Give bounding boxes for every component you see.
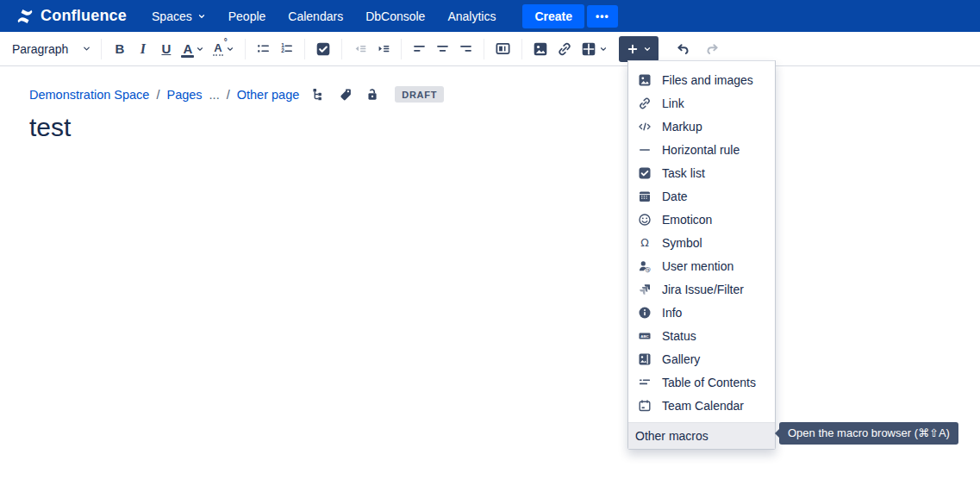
- insert-table-button[interactable]: [577, 37, 612, 61]
- menu-item-task-list[interactable]: Task list: [628, 161, 775, 184]
- redo-button: [701, 37, 725, 61]
- menu-item-label: Jira Issue/Filter: [662, 283, 744, 296]
- confluence-logo[interactable]: Confluence: [16, 7, 127, 26]
- menu-item-table-of-contents[interactable]: Table of Contents: [628, 370, 775, 394]
- indent-button[interactable]: [371, 37, 395, 61]
- table-icon: [581, 41, 596, 57]
- bullet-list-button[interactable]: [252, 37, 275, 61]
- nav-item-spaces[interactable]: Spaces: [140, 0, 217, 32]
- bullet-list-icon: [256, 41, 271, 56]
- more-formatting-button[interactable]: A: [209, 37, 238, 61]
- nav-item-label: Calendars: [288, 9, 343, 23]
- menu-item-label: User mention: [662, 259, 733, 273]
- chevron-down-icon: [197, 12, 206, 21]
- undo-button[interactable]: [671, 37, 695, 61]
- menu-item-status[interactable]: ABC Status: [628, 324, 775, 347]
- toolbar-divider: [245, 39, 246, 59]
- menu-item-horizontal-rule[interactable]: Horizontal rule: [628, 138, 775, 161]
- toolbar-divider: [521, 39, 522, 59]
- italic-button[interactable]: I: [131, 37, 154, 61]
- insert-link-button[interactable]: [552, 37, 577, 61]
- markup-icon: [638, 120, 652, 134]
- nav-item-people[interactable]: People: [217, 0, 278, 32]
- page-title-input[interactable]: test: [29, 113, 71, 142]
- menu-item-date[interactable]: Date: [628, 184, 775, 208]
- toolbar-divider: [341, 39, 342, 59]
- align-center-button[interactable]: [431, 37, 454, 61]
- unlocked-icon[interactable]: [365, 87, 379, 102]
- breadcrumb-collapsed[interactable]: ...: [209, 88, 220, 102]
- nav-item-label: People: [228, 9, 266, 23]
- menu-item-label: Date: [662, 190, 688, 203]
- outdent-button: [348, 37, 371, 61]
- link-icon: [557, 41, 572, 57]
- menu-item-label: Link: [662, 96, 684, 110]
- create-button[interactable]: Create: [522, 4, 584, 28]
- numbered-list-button[interactable]: 12: [275, 37, 298, 61]
- menu-item-team-calendar[interactable]: Team Calendar: [628, 394, 775, 417]
- insert-more-content-button[interactable]: [619, 36, 659, 62]
- toolbar-divider: [484, 39, 484, 59]
- nav-item-calendars[interactable]: Calendars: [277, 0, 354, 32]
- horizontal-rule-icon: [638, 143, 652, 157]
- more-formatting-icon: A: [213, 41, 222, 56]
- nav-item-label: Analytics: [447, 9, 496, 23]
- menu-item-info[interactable]: Info: [628, 301, 775, 324]
- text-color-button[interactable]: A: [178, 37, 209, 61]
- editor-toolbar: Paragraph B I U A A 12: [0, 32, 980, 66]
- link-icon: [638, 96, 652, 110]
- nav-item-label: DbConsole: [365, 9, 425, 23]
- menu-item-gallery[interactable]: Gallery: [628, 347, 775, 370]
- breadcrumb-space-link[interactable]: Demonstration Space: [29, 88, 149, 102]
- menu-item-files-and-images[interactable]: Files and images: [628, 68, 775, 91]
- svg-text:Ω: Ω: [640, 236, 649, 249]
- bold-icon: B: [115, 41, 124, 56]
- page-layout-button[interactable]: [490, 37, 515, 61]
- task-list-icon: [638, 166, 652, 180]
- nav-item-dbconsole[interactable]: DbConsole: [354, 0, 436, 32]
- menu-item-user-mention[interactable]: @ User mention: [628, 254, 775, 277]
- align-right-button[interactable]: [454, 37, 478, 61]
- chevron-down-icon: [196, 45, 204, 53]
- menu-item-markup[interactable]: Markup: [628, 115, 775, 138]
- insert-image-button[interactable]: [528, 37, 552, 61]
- nav-item-analytics[interactable]: Analytics: [436, 0, 507, 32]
- menu-item-label: Status: [662, 329, 696, 343]
- top-navigation-bar: Confluence Spaces People Calendars DbCon…: [0, 0, 980, 32]
- menu-item-jira-issue-filter[interactable]: Jira Issue/Filter: [628, 277, 775, 301]
- date-icon: [638, 190, 652, 203]
- breadcrumb-current-page-link[interactable]: Other page: [237, 88, 300, 102]
- undo-icon: [675, 41, 690, 57]
- gallery-icon: [638, 352, 652, 366]
- nav-more-button[interactable]: •••: [587, 5, 618, 28]
- align-left-button[interactable]: [408, 37, 431, 61]
- page-tree-icon[interactable]: [311, 87, 326, 102]
- menu-item-label: Table of Contents: [662, 376, 756, 389]
- menu-item-symbol[interactable]: Ω Symbol: [628, 231, 775, 254]
- jira-icon: [638, 283, 652, 296]
- align-center-icon: [435, 41, 450, 56]
- task-list-button[interactable]: [311, 37, 335, 61]
- breadcrumb-pages-link[interactable]: Pages: [166, 88, 202, 102]
- underline-button[interactable]: U: [154, 37, 178, 61]
- menu-item-emoticon[interactable]: Emoticon: [628, 208, 775, 231]
- paragraph-style-dropdown[interactable]: Paragraph: [9, 37, 95, 61]
- user-mention-icon: @: [638, 259, 652, 273]
- chevron-down-icon: [643, 45, 652, 53]
- numbered-list-icon: 12: [279, 41, 294, 56]
- text-color-icon: A: [182, 41, 193, 56]
- toolbar-divider: [304, 39, 305, 59]
- menu-item-other-macros[interactable]: Other macros: [628, 422, 775, 449]
- menu-item-link[interactable]: Link: [628, 91, 775, 115]
- svg-text:@: @: [645, 266, 651, 273]
- chevron-down-icon: [82, 44, 91, 53]
- menu-item-label: Files and images: [662, 73, 753, 87]
- breadcrumb: Demonstration Space / Pages ... / Other …: [29, 86, 444, 103]
- labels-tag-icon[interactable]: [338, 87, 353, 102]
- menu-item-label: Markup: [662, 120, 702, 134]
- redo-icon: [705, 41, 721, 57]
- menu-item-label: Team Calendar: [662, 399, 744, 413]
- bold-button[interactable]: B: [108, 37, 131, 61]
- toolbar-divider: [101, 39, 102, 59]
- menu-item-label: Task list: [662, 166, 705, 180]
